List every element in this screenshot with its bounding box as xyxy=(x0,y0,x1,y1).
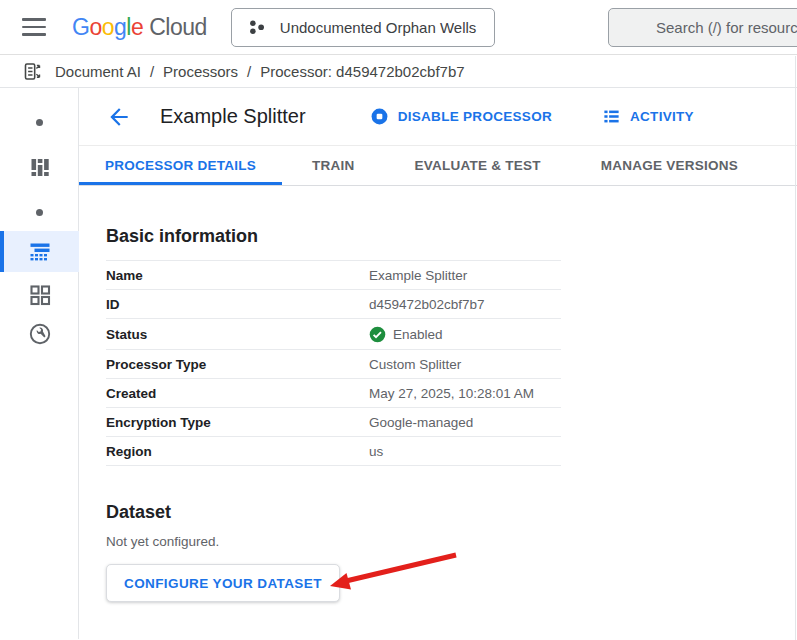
back-arrow-icon[interactable] xyxy=(106,104,132,130)
breadcrumb-item-processor-id: Processor: d459472b02cbf7b7 xyxy=(260,63,464,80)
gcp-console-window: GoogleCloud Undocumented Orphan Wells Se… xyxy=(0,0,797,640)
row-value: Example Splitter xyxy=(369,268,467,283)
sidebar-item-processors-active[interactable] xyxy=(0,231,79,272)
logo-cloud-text: Cloud xyxy=(149,14,207,40)
search-placeholder: Search (/) for resource xyxy=(656,19,797,36)
row-value: Enabled xyxy=(369,326,443,343)
breadcrumb-item-processors[interactable]: Processors xyxy=(163,63,238,80)
basic-information-table: Name Example Splitter ID d459472b02cbf7b… xyxy=(106,260,561,466)
logo-letter: o xyxy=(102,14,114,40)
tab-processor-details[interactable]: PROCESSOR DETAILS xyxy=(79,146,282,185)
breadcrumb-item-document-ai[interactable]: Document AI xyxy=(55,63,141,80)
tab-manage-versions[interactable]: MANAGE VERSIONS xyxy=(571,146,768,185)
table-row: Name Example Splitter xyxy=(106,260,561,289)
disable-processor-button[interactable]: DISABLE PROCESSOR xyxy=(370,107,552,126)
active-indicator-bar xyxy=(0,231,4,272)
project-selector-button[interactable]: Undocumented Orphan Wells xyxy=(231,8,496,47)
breadcrumb-separator: / xyxy=(150,63,154,80)
row-label: Processor Type xyxy=(106,357,369,372)
table-row: Created May 27, 2025, 10:28:01 AM xyxy=(106,378,561,407)
configure-dataset-button[interactable]: CONFIGURE YOUR DATASET xyxy=(106,564,340,602)
nav-dot-icon[interactable] xyxy=(36,119,43,126)
top-navigation-bar: GoogleCloud Undocumented Orphan Wells Se… xyxy=(0,0,797,55)
page-title: Example Splitter xyxy=(160,105,306,128)
row-value: us xyxy=(369,444,383,459)
build-wrench-icon[interactable] xyxy=(28,322,52,346)
menu-icon[interactable] xyxy=(22,18,46,36)
main-panel: Example Splitter DISABLE PROCESSOR xyxy=(79,88,797,639)
row-value: Google-managed xyxy=(369,415,473,430)
dataset-status-text: Not yet configured. xyxy=(106,534,797,549)
basic-information-heading: Basic information xyxy=(106,226,797,247)
check-circle-icon xyxy=(369,326,386,343)
left-nav-sidebar xyxy=(0,88,79,639)
logo-letter: g xyxy=(114,14,126,40)
tab-evaluate-test[interactable]: EVALUATE & TEST xyxy=(385,146,571,185)
row-label: Name xyxy=(106,268,369,283)
processor-tabs: PROCESSOR DETAILS TRAIN EVALUATE & TEST … xyxy=(79,146,797,186)
nav-dot-icon[interactable] xyxy=(36,209,43,216)
table-row: Encryption Type Google-managed xyxy=(106,407,561,436)
row-label: Created xyxy=(106,386,369,401)
table-row: Processor Type Custom Splitter xyxy=(106,349,561,378)
project-icon xyxy=(246,16,268,38)
dataset-heading: Dataset xyxy=(106,502,797,523)
document-ai-icon xyxy=(22,61,43,82)
breadcrumb: Document AI / Processors / Processor: d4… xyxy=(0,55,797,88)
row-value: d459472b02cbf7b7 xyxy=(369,297,485,312)
row-label: Encryption Type xyxy=(106,415,369,430)
row-label: ID xyxy=(106,297,369,312)
search-input[interactable]: Search (/) for resource xyxy=(608,8,797,47)
processor-header: Example Splitter DISABLE PROCESSOR xyxy=(79,88,797,146)
logo-letter: e xyxy=(131,14,143,40)
pipeline-bars-icon[interactable] xyxy=(28,155,52,179)
processors-list-icon xyxy=(28,239,52,263)
logo-letter: G xyxy=(72,14,89,40)
activity-list-icon xyxy=(602,107,621,126)
status-text: Enabled xyxy=(393,327,443,342)
row-label: Status xyxy=(106,327,369,342)
gallery-grid-icon[interactable] xyxy=(28,283,52,307)
row-value: Custom Splitter xyxy=(369,357,461,372)
disable-processor-label: DISABLE PROCESSOR xyxy=(398,109,552,124)
tab-train[interactable]: TRAIN xyxy=(282,146,385,185)
row-label: Region xyxy=(106,444,369,459)
right-edge-divider xyxy=(795,56,796,640)
table-row: Status Enabled xyxy=(106,318,561,349)
table-row: ID d459472b02cbf7b7 xyxy=(106,289,561,318)
activity-button[interactable]: ACTIVITY xyxy=(602,107,694,126)
processor-details-content: Basic information Name Example Splitter … xyxy=(79,186,797,602)
activity-label: ACTIVITY xyxy=(630,109,694,124)
logo-letter: o xyxy=(89,14,101,40)
google-cloud-logo[interactable]: GoogleCloud xyxy=(72,14,207,41)
project-name: Undocumented Orphan Wells xyxy=(280,19,477,36)
row-value: May 27, 2025, 10:28:01 AM xyxy=(369,386,534,401)
breadcrumb-separator: / xyxy=(247,63,251,80)
disable-stop-icon xyxy=(370,107,389,126)
table-row: Region us xyxy=(106,436,561,465)
